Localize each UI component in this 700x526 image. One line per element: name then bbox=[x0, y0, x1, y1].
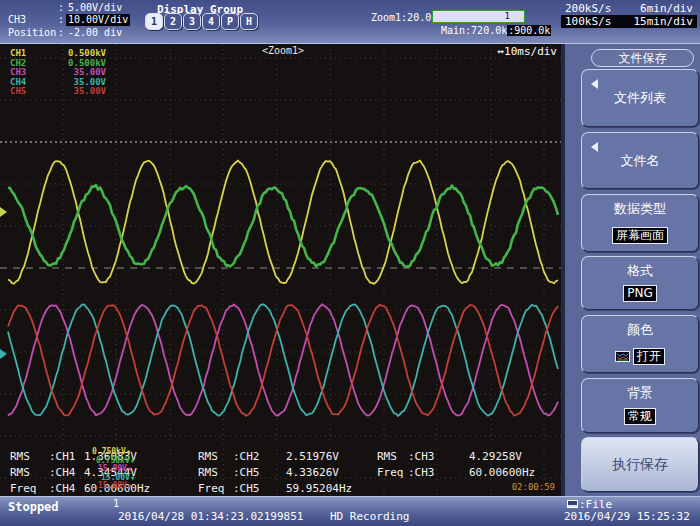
measurement-channel: :CH4 bbox=[49, 482, 76, 495]
waveform-svg bbox=[0, 44, 561, 496]
position-row: Position:-2.00 div bbox=[8, 27, 124, 39]
timebase-label: ↔10ms/div bbox=[497, 45, 557, 58]
measurement-func: Freq bbox=[10, 482, 37, 495]
measurement-func: Freq bbox=[198, 482, 225, 495]
main-memory-label: Main:720.0k bbox=[441, 25, 507, 36]
display-group-button-4[interactable]: 4 bbox=[202, 13, 220, 30]
measurement-channel: :CH4 bbox=[49, 466, 76, 479]
channel-name: CH5 bbox=[10, 87, 38, 97]
measurement-value: 60.00600Hz bbox=[469, 466, 535, 479]
main-memory-selected: :900.0k bbox=[507, 25, 551, 36]
position-label: Position bbox=[8, 27, 58, 39]
sidebar-item-label: 数据类型 bbox=[582, 200, 698, 218]
top-settings-bar: :5.00V/div CH3:10.00V/div Position:-2.00… bbox=[0, 0, 700, 44]
sidebar-item-value-row: 屏幕画面 bbox=[582, 227, 698, 244]
disk-icon bbox=[567, 500, 578, 508]
overlay-scale-tag: 15.00V bbox=[98, 481, 132, 490]
sidebar-item-label: 背景 bbox=[582, 384, 698, 402]
sidebar-item-value: PNG bbox=[623, 285, 657, 302]
measurement-channel: :CH1 bbox=[49, 450, 76, 463]
display-group-button-2[interactable]: 2 bbox=[164, 13, 182, 30]
sidebar-item-value-row: 常规 bbox=[582, 408, 698, 425]
measurement-channel: :CH5 bbox=[233, 482, 260, 495]
sidebar-item-label: 格式 bbox=[582, 262, 698, 280]
vertical-scale-row-1: :5.00V/div bbox=[8, 2, 124, 14]
measurement-func: RMS bbox=[10, 466, 30, 479]
sidebar-item-4[interactable]: 格式PNG bbox=[581, 256, 699, 310]
measurement-func: RMS bbox=[10, 450, 30, 463]
sidebar-item-2[interactable]: 文件名 bbox=[581, 132, 699, 189]
zoom-sheet-title: <Zoom1> bbox=[262, 45, 304, 56]
scale-value-selected[interactable]: 10.00V/div bbox=[66, 14, 130, 26]
scale-value: 5.00V/div bbox=[66, 2, 124, 14]
system-clock: 2016/04/29 15:25:32 bbox=[564, 510, 690, 523]
elapsed-time-clock: 02:00:59 bbox=[512, 482, 555, 492]
time-per-div: 6min/div bbox=[640, 2, 693, 15]
recording-mode: HD Recording bbox=[330, 510, 409, 523]
channel-scale-value: 35.00V bbox=[38, 87, 106, 97]
channel-label: CH3 bbox=[8, 14, 58, 26]
measurement-channel: :CH2 bbox=[233, 450, 260, 463]
measurement-value: 59.95204Hz bbox=[286, 482, 352, 495]
display-group-button-3[interactable]: 3 bbox=[183, 13, 201, 30]
left-triangle-icon bbox=[591, 142, 598, 152]
sidebar-item-value: 屏幕画面 bbox=[612, 227, 668, 244]
sidebar-item-value-row: PNG bbox=[582, 285, 698, 302]
measurement-value: 4.29258V bbox=[469, 450, 522, 463]
sidebar-item-3[interactable]: 数据类型屏幕画面 bbox=[581, 194, 699, 252]
channel-scale-list: CH10.500kVCH20.500kVCH335.00VCH435.00VCH… bbox=[10, 49, 106, 97]
menu-title: 文件保存 bbox=[591, 49, 694, 67]
waveform-trace-ch3 bbox=[8, 304, 558, 415]
measurement-channel: :CH5 bbox=[233, 466, 260, 479]
zoom-position-marker: 1 bbox=[505, 11, 510, 22]
left-triangle-icon bbox=[591, 79, 598, 89]
acquisition-state: Stopped bbox=[8, 500, 59, 514]
measurement-func: RMS bbox=[377, 450, 397, 463]
display-group-button-1[interactable]: 1 bbox=[145, 13, 163, 30]
sidebar-item-label: 颜色 bbox=[582, 321, 698, 339]
measurement-func: RMS bbox=[198, 466, 218, 479]
sidebar-item-value: 常规 bbox=[624, 408, 656, 425]
sample-rates: 200kS/s6min/div100kS/s15min/div bbox=[561, 2, 697, 28]
vertical-scale-row-2: CH3:10.00V/div bbox=[8, 14, 130, 26]
channel-scale-ch5: CH535.00V bbox=[10, 87, 106, 97]
status-bar: Stopped 1 2016/04/28 01:34:23.02199851 H… bbox=[0, 496, 700, 526]
measurement-value: 4.33626V bbox=[286, 466, 339, 479]
save-menu-sidebar: 文件保存 文件列表文件名数据类型屏幕画面格式PNG颜色打开背景常规执行保存 bbox=[561, 44, 700, 496]
sidebar-item-5[interactable]: 颜色打开 bbox=[581, 315, 699, 373]
trigger-timestamp: 2016/04/28 01:34:23.02199851 bbox=[118, 510, 303, 523]
zoom-factor-label: Zoom1:20.0k bbox=[371, 12, 437, 23]
zoom-position-bar: 1 bbox=[432, 10, 525, 23]
waveform-color-icon bbox=[615, 351, 630, 362]
channel-position-marker bbox=[0, 207, 7, 217]
sidebar-item-1[interactable]: 文件列表 bbox=[581, 69, 699, 127]
display-group-buttons: 1234PH bbox=[145, 13, 258, 30]
channel-position-marker bbox=[0, 349, 7, 359]
measurement-func: Freq bbox=[377, 466, 404, 479]
channel-label bbox=[8, 2, 58, 14]
waveform-trace-ch4 bbox=[8, 304, 558, 416]
display-group-button-H[interactable]: H bbox=[240, 13, 258, 30]
sample-rate-row-2: 100kS/s15min/div bbox=[561, 15, 697, 28]
recorder-screen: :5.00V/div CH3:10.00V/div Position:-2.00… bbox=[0, 0, 700, 526]
sample-rate: 100kS/s bbox=[565, 15, 611, 28]
sample-rate: 200kS/s bbox=[565, 2, 611, 15]
event-marker: 1 bbox=[113, 498, 119, 509]
display-group-button-P[interactable]: P bbox=[221, 13, 239, 30]
waveform-trace-ch5 bbox=[8, 305, 558, 416]
main-memory-row: Main:720.0k:900.0k bbox=[441, 25, 551, 36]
time-per-div: 15min/div bbox=[633, 15, 693, 28]
position-value: -2.00 div bbox=[66, 27, 124, 39]
sidebar-item-6[interactable]: 背景常规 bbox=[581, 378, 699, 433]
sidebar-item-label: 执行保存 bbox=[582, 456, 698, 474]
sidebar-item-label: 文件名 bbox=[582, 152, 698, 170]
measurement-channel: :CH3 bbox=[408, 466, 435, 479]
sidebar-item-label: 文件列表 bbox=[582, 89, 698, 107]
sidebar-item-value-row: 打开 bbox=[582, 348, 698, 365]
measurement-value: 2.51976V bbox=[286, 450, 339, 463]
sidebar-item-7[interactable]: 执行保存 bbox=[581, 437, 699, 492]
measurement-func: RMS bbox=[198, 450, 218, 463]
sidebar-item-value: 打开 bbox=[633, 348, 665, 365]
measurement-channel: :CH3 bbox=[408, 450, 435, 463]
waveform-trace-ch1 bbox=[8, 161, 558, 284]
